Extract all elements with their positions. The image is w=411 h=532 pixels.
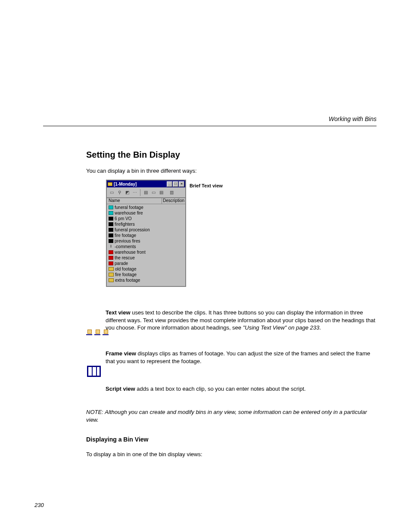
toolbar-frame-icon[interactable]: ▥ (168, 189, 175, 196)
toolbar-brief-icon[interactable]: ▤ (158, 189, 165, 196)
clip-cyan-icon (109, 211, 113, 215)
minimize-button[interactable]: _ (167, 181, 172, 187)
bin-item[interactable]: funeral footage (107, 205, 185, 210)
toolbar-new-icon[interactable]: ▭ (108, 189, 115, 196)
bin-window: [1-Monday] _ □ × ▭ ⚲ ◩ ⋯ ▤ ▭ ▤ ▥ Name De… (106, 180, 186, 287)
text-view-label: Text view (106, 309, 131, 316)
note-body: Although you can create and modify bins … (86, 409, 367, 423)
bin-item[interactable]: firefighters (107, 221, 185, 227)
toolbar-separator (140, 189, 140, 196)
script-view-description: Script view adds a text box to each clip… (106, 385, 377, 393)
script-view-label: Script view (106, 386, 135, 392)
bin-item-label: old footage (115, 267, 137, 271)
maximize-button[interactable]: □ (173, 181, 178, 187)
mic-icon (109, 245, 113, 249)
clip-red-icon (109, 256, 113, 260)
bin-item[interactable]: parade (107, 261, 185, 266)
toolbar-more-icon[interactable]: ⋯ (131, 189, 138, 196)
bin-item-label: funeral footage (115, 205, 143, 210)
bin-item[interactable]: 6 pm VO (107, 216, 185, 221)
bin-item-label: funeral procession (115, 227, 150, 232)
bin-item-label: fire footage (115, 272, 137, 277)
heading-icon-1 (86, 330, 92, 335)
bin-item-label: previous fires (115, 239, 140, 243)
clip-black-icon (109, 239, 113, 243)
intro-paragraph: You can display a bin in three different… (86, 167, 377, 175)
folder-icon (108, 182, 112, 186)
toolbar-sift-icon[interactable]: ◩ (124, 189, 131, 196)
text-view-icon-strip (86, 330, 109, 335)
howto-paragraph: To display a bin in one of the bin displ… (86, 451, 377, 458)
bin-item-label: firefighters (115, 222, 135, 227)
clip-red-icon (109, 250, 113, 254)
bin-item[interactable]: the rescue (107, 255, 185, 261)
bin-item-label: extra footage (115, 278, 140, 283)
page-number: 230 (34, 502, 44, 508)
toolbar-script-icon[interactable]: ▭ (150, 189, 157, 196)
frame-view-label: Frame view (106, 350, 136, 357)
folder-icon (109, 278, 114, 282)
frame-view-description: Frame view displays clips as frames of f… (106, 350, 377, 365)
heading-icon-3 (103, 330, 109, 335)
toolbar-text-icon[interactable]: ▤ (142, 189, 149, 196)
page-header: Working with Bins (43, 114, 377, 126)
frame-view-icon (87, 366, 101, 377)
bin-item[interactable]: extra footage (107, 277, 185, 283)
column-name[interactable]: Name (107, 198, 162, 204)
text-view-p1b: . (319, 324, 321, 331)
text-view-link: "Using Text View" on page 233 (243, 324, 320, 331)
text-view-p1a: uses text to describe the clips. It has … (106, 309, 375, 331)
bin-item-label: fire footage (115, 233, 136, 238)
close-button[interactable]: × (179, 181, 184, 187)
heading-icon-2 (94, 330, 100, 335)
bin-body: funeral footagewarehouse fire6 pm VOfire… (107, 204, 185, 286)
bin-item[interactable]: funeral procession (107, 227, 185, 233)
bin-column-headers: Name Description (107, 198, 185, 204)
bin-item[interactable]: previous fires (107, 238, 185, 244)
clip-black-icon (109, 233, 113, 237)
clip-black-icon (109, 217, 113, 221)
bin-item-label: the rescue (115, 255, 135, 260)
bin-item[interactable]: warehouse fire (107, 210, 185, 216)
folder-icon (109, 267, 114, 271)
toolbar-find-icon[interactable]: ⚲ (116, 189, 123, 196)
bin-titlebar: [1-Monday] _ □ × (107, 180, 185, 187)
bin-title: [1-Monday] (114, 182, 166, 187)
bin-item-label: parade (115, 261, 128, 266)
bin-item-label: 6 pm VO (115, 216, 131, 221)
clip-cyan-icon (109, 205, 113, 209)
note-block: NOTE: Although you can create and modify… (86, 408, 377, 423)
running-header-text: Working with Bins (329, 115, 377, 122)
folder-icon (109, 273, 114, 277)
bin-item[interactable]: warehouse front (107, 249, 185, 255)
clip-red-icon (109, 261, 113, 265)
bin-item-label: warehouse front (115, 250, 146, 255)
bin-item[interactable]: old footage (107, 266, 185, 272)
subsection-heading: Displaying a Bin View (86, 436, 148, 443)
bin-item-label: warehouse fire (115, 211, 143, 215)
section-heading: Setting the Bin Display (86, 150, 180, 160)
column-description[interactable]: Description (162, 198, 185, 204)
clip-black-icon (109, 228, 113, 232)
text-view-description: Text view uses text to describe the clip… (106, 309, 377, 332)
clip-black-icon (109, 222, 113, 226)
bin-item[interactable]: fire footage (107, 272, 185, 277)
figure-caption: Brief Text view (190, 183, 223, 188)
bin-item[interactable]: -comments (107, 244, 185, 249)
note-label: NOTE: (86, 409, 103, 415)
bin-toolbar: ▭ ⚲ ◩ ⋯ ▤ ▭ ▤ ▥ (107, 187, 185, 198)
frame-view-para: displays clips as frames of footage. You… (106, 350, 370, 364)
script-view-para: adds a text box to each clip, so you can… (135, 386, 306, 392)
bin-item-label: -comments (115, 244, 136, 249)
bin-item[interactable]: fire footage (107, 233, 185, 238)
